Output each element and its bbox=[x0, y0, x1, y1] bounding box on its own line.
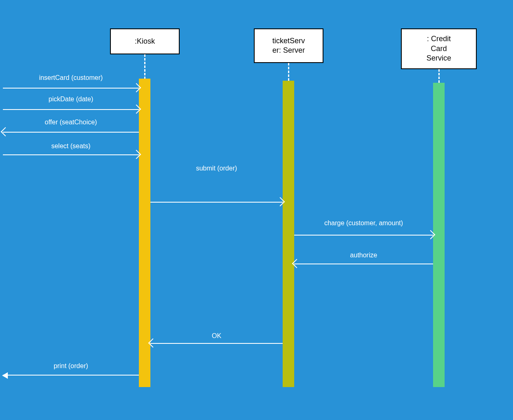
activation-kiosk bbox=[139, 79, 150, 387]
lifeline-dash-server bbox=[288, 63, 289, 81]
message-label: submit (order) bbox=[150, 165, 283, 172]
lifeline-label: ticketServ er: Server bbox=[272, 36, 305, 56]
message-label: charge (customer, amount) bbox=[294, 219, 433, 227]
message-label: pickDate (date) bbox=[3, 96, 139, 103]
lifeline-dash-credit bbox=[438, 69, 440, 83]
lifeline-label: : Credit Card Service bbox=[426, 34, 451, 63]
lifeline-head-server: ticketServ er: Server bbox=[254, 28, 323, 63]
message-arrow bbox=[294, 264, 433, 264]
message-arrow bbox=[3, 109, 139, 110]
lifeline-label: :Kiosk bbox=[135, 37, 155, 46]
message-label: select (seats) bbox=[3, 142, 139, 150]
lifeline-head-kiosk: :Kiosk bbox=[110, 28, 180, 54]
message-arrow bbox=[294, 235, 433, 236]
message-arrow bbox=[150, 343, 283, 344]
message-label: OK bbox=[150, 332, 283, 340]
message-arrow bbox=[3, 375, 139, 376]
message-label: offer (seatChoice) bbox=[3, 119, 139, 126]
message-arrow bbox=[150, 202, 283, 203]
message-label: insertCard (customer) bbox=[3, 74, 139, 82]
message-arrow bbox=[3, 132, 139, 133]
message-arrow bbox=[3, 88, 139, 89]
activation-server bbox=[283, 81, 294, 387]
lifeline-dash-kiosk bbox=[144, 54, 145, 79]
lifeline-head-credit: : Credit Card Service bbox=[401, 28, 477, 69]
message-label: print (order) bbox=[3, 362, 139, 370]
message-label: authorize bbox=[294, 252, 433, 259]
sequence-diagram: { "diagram_type":"uml-sequence", "canvas… bbox=[0, 0, 513, 420]
message-arrow bbox=[3, 154, 139, 155]
